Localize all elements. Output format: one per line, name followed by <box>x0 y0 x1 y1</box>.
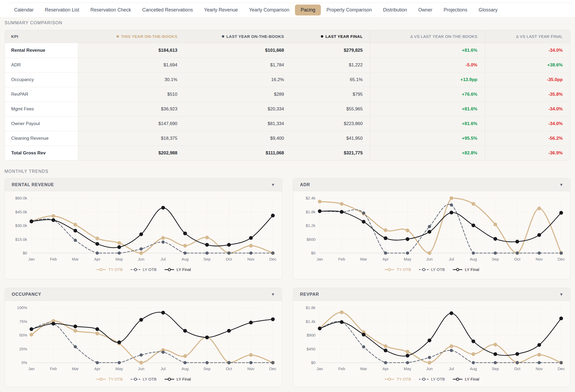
tab-bar: CalendarReservation ListReservation Chec… <box>0 0 575 17</box>
cell-ly_final: $55,965 <box>292 102 370 116</box>
chart-canvas: $0$600$1.2k$1.8k$2.4kJanFebMarAprMayJunJ… <box>293 191 570 265</box>
cell-d_final: +38.6% <box>485 58 570 72</box>
cell-kpi: RevPAR <box>5 87 78 102</box>
cell-ly_otb: $289 <box>185 87 292 102</box>
cell-ly_final: $41,950 <box>292 131 370 146</box>
svg-text:Nov: Nov <box>536 366 543 371</box>
legend-item-ly-final[interactable]: LY Final <box>164 267 191 272</box>
chevron-down-icon[interactable]: ▼ <box>559 292 563 297</box>
legend-item-ty-otb[interactable]: TY OTB <box>96 267 123 272</box>
cell-d_otb: +81.6% <box>370 43 485 58</box>
svg-text:Jun: Jun <box>426 257 433 261</box>
tab-cancelled-reservations[interactable]: Cancelled Reservations <box>137 5 198 15</box>
legend-label: LY Final <box>177 267 191 272</box>
line-marker-icon <box>96 267 106 272</box>
tab-reservation-list[interactable]: Reservation List <box>39 5 85 15</box>
chart-canvas: 0%25%50%75%100%JanFebMarAprMayJunJulAugS… <box>5 301 282 374</box>
svg-text:Mar: Mar <box>360 366 367 371</box>
svg-text:Nov: Nov <box>247 257 254 261</box>
svg-text:Dec: Dec <box>269 366 277 371</box>
cell-ty_otb: $147,690 <box>78 117 185 131</box>
svg-text:Dec: Dec <box>558 366 565 371</box>
chart-panel-revpar: REVPAR▼$0$450$900$1.4k$1.8kJanFebMarAprM… <box>293 288 570 387</box>
tab-distribution[interactable]: Distribution <box>377 5 413 15</box>
svg-text:Oct: Oct <box>226 366 232 371</box>
tab-property-comparison[interactable]: Property Comparison <box>321 5 377 15</box>
cell-ly_final: $321,775 <box>292 146 370 160</box>
tab-yearly-comparison[interactable]: Yearly Comparison <box>243 5 295 15</box>
cell-d_final: -56.2% <box>485 131 570 146</box>
legend-item-ly-final[interactable]: LY Final <box>452 267 479 272</box>
legend-item-ly-otb[interactable]: LY OTB <box>418 377 445 381</box>
legend-item-ty-otb[interactable]: TY OTB <box>384 267 411 272</box>
legend-label: LY Final <box>465 267 479 272</box>
series-dot-icon <box>321 35 323 38</box>
line-marker-icon <box>164 377 175 381</box>
series-dot-icon <box>117 35 119 38</box>
legend-item-ly-otb[interactable]: LY OTB <box>130 377 157 381</box>
legend-item-ty-otb[interactable]: TY OTB <box>384 377 411 381</box>
tab-owner[interactable]: Owner <box>413 5 438 15</box>
svg-text:$900: $900 <box>307 333 316 337</box>
line-marker-icon <box>130 377 141 381</box>
svg-text:Jun: Jun <box>426 366 433 371</box>
legend-label: LY OTB <box>431 377 445 381</box>
line-marker-icon <box>418 377 429 381</box>
cell-ly_otb: 16.2% <box>185 73 292 87</box>
legend-item-ly-final[interactable]: LY Final <box>164 377 191 381</box>
cell-d_otb: +95.5% <box>370 131 485 146</box>
svg-text:Jun: Jun <box>138 366 144 371</box>
summary-table-body: Rental Revenue$184,613$101,668$279,825+8… <box>5 43 570 160</box>
svg-text:Oct: Oct <box>514 257 521 261</box>
svg-text:$15.0k: $15.0k <box>15 237 27 242</box>
tab-calendar[interactable]: Calendar <box>9 5 39 15</box>
svg-text:$1.2k: $1.2k <box>306 223 316 228</box>
chevron-down-icon[interactable]: ▼ <box>271 292 275 297</box>
svg-text:Oct: Oct <box>226 257 232 261</box>
legend-label: LY OTB <box>143 377 157 381</box>
svg-text:Mar: Mar <box>360 257 367 261</box>
chart-legend: TY OTBLY OTBLY Final <box>5 374 282 387</box>
cell-ly_final: $279,825 <box>292 43 370 58</box>
chevron-down-icon[interactable]: ▼ <box>271 182 275 187</box>
svg-text:100%: 100% <box>17 305 27 310</box>
pacing-dashboard: CalendarReservation ListReservation Chec… <box>0 0 575 387</box>
cell-ty_otb: $1,694 <box>78 58 185 72</box>
tab-projections[interactable]: Projections <box>438 5 473 15</box>
svg-text:Jan: Jan <box>28 257 35 261</box>
legend-item-ty-otb[interactable]: TY OTB <box>96 377 123 381</box>
svg-text:Apr: Apr <box>382 257 389 261</box>
chart-title: REVPAR <box>300 292 319 297</box>
table-row-adr: ADR$1,694$1,784$1,222-5.0%+38.6% <box>5 58 570 72</box>
legend-label: TY OTB <box>108 267 123 272</box>
legend-item-ly-final[interactable]: LY Final <box>452 377 479 381</box>
legend-item-ly-otb[interactable]: LY OTB <box>418 267 445 272</box>
svg-text:$1.4k: $1.4k <box>306 319 316 324</box>
svg-text:Sep: Sep <box>203 257 211 261</box>
svg-text:$2.4k: $2.4k <box>306 196 316 200</box>
cell-ly_otb: $101,668 <box>185 43 292 58</box>
svg-text:$450: $450 <box>307 347 316 351</box>
chart-panel-occupancy: OCCUPANCY▼0%25%50%75%100%JanFebMarAprMay… <box>5 288 282 387</box>
svg-text:Jan: Jan <box>28 366 35 371</box>
chart-panel-header: REVPAR▼ <box>293 288 570 301</box>
chart-area: $0$450$900$1.4k$1.8kJanFebMarAprMayJunJu… <box>293 301 570 374</box>
tab-glossary[interactable]: Glossary <box>473 5 503 15</box>
tab-reservation-check[interactable]: Reservation Check <box>85 5 137 15</box>
svg-text:Jul: Jul <box>449 366 454 371</box>
svg-text:Aug: Aug <box>470 257 477 261</box>
legend-item-ly-otb[interactable]: LY OTB <box>130 267 157 272</box>
svg-text:Jul: Jul <box>161 257 166 261</box>
chart-panel-header: ADR▼ <box>293 178 570 191</box>
tab-yearly-revenue[interactable]: Yearly Revenue <box>198 5 243 15</box>
svg-text:Apr: Apr <box>94 366 100 371</box>
chevron-down-icon[interactable]: ▼ <box>559 182 563 187</box>
svg-text:75%: 75% <box>19 319 27 324</box>
tab-pacing[interactable]: Pacing <box>295 5 321 15</box>
col-header-vs-last-year-on-the-books: Δ VS LAST YEAR ON-THE-BOOKS <box>370 30 485 43</box>
svg-text:Jul: Jul <box>449 257 454 261</box>
cell-d_otb: +82.8% <box>370 146 485 160</box>
cell-ly_otb: $20,334 <box>185 102 292 116</box>
chart-panel-header: OCCUPANCY▼ <box>5 288 282 301</box>
svg-text:Feb: Feb <box>338 366 345 371</box>
